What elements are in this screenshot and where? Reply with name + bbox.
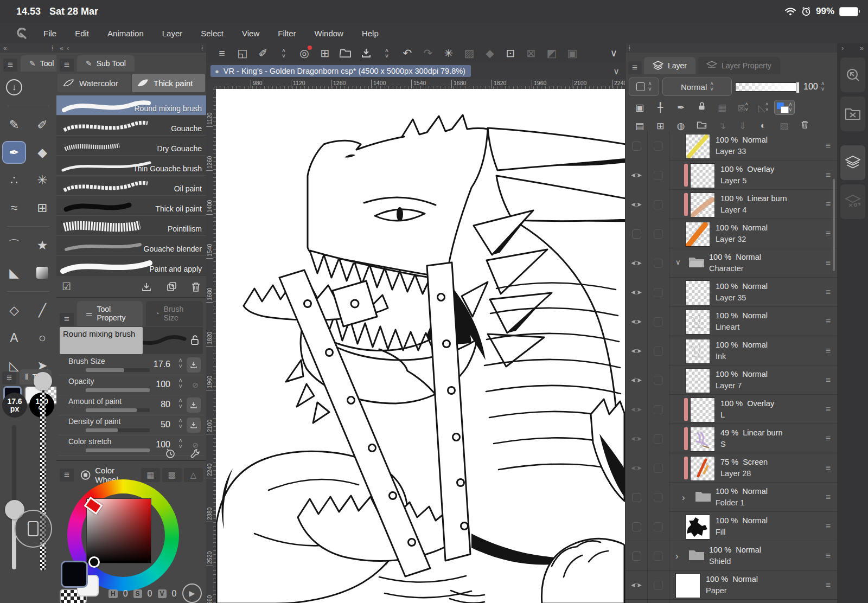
layer-row-menu-icon[interactable]: ≡ [826,405,831,414]
import-setting-icon[interactable] [187,397,201,413]
tab-approx-color[interactable]: △ [184,468,203,482]
balloon-tool-icon[interactable]: ○ [31,328,53,348]
new-vector-layer-icon[interactable]: ◍ [671,120,691,132]
airbrush-tool-icon[interactable]: ∴ [3,170,25,190]
folder-chevron-icon[interactable]: ∨ [675,258,681,266]
checkbox-cell[interactable] [647,131,669,161]
property-slider[interactable] [86,428,150,432]
checkbox-cell[interactable] [647,365,669,395]
brush-tool-icon[interactable]: ✒ [3,142,25,163]
subtool-group-watercolor[interactable]: Watercolor [58,74,131,92]
pencil-tool-icon[interactable]: ✐ [31,114,53,135]
visibility-cell[interactable] [626,219,647,248]
checkbox-cell[interactable] [647,395,669,424]
processing-icon[interactable]: ✳ [439,45,458,61]
undo-icon[interactable]: ↶ [398,45,417,61]
visibility-cell[interactable] [626,365,647,395]
layer-row-layer-5[interactable]: 100 % OverlayLayer 5≡ [626,161,837,190]
checkbox-cell[interactable] [647,278,669,307]
layer-menu-icon[interactable]: ≡ [628,61,642,74]
settings-wrench-icon[interactable] [190,448,201,459]
back-icon[interactable]: ‹ [67,44,69,52]
brush-pointillism[interactable]: Pointillism [56,216,206,236]
checkbox-cell[interactable] [647,190,669,219]
layer-row-shield[interactable]: ›100 % NormalShield≡ [626,541,837,570]
reference-layer-selector[interactable]: ˄˅ [629,78,659,96]
pen-tool-icon[interactable]: ✎ [3,114,25,135]
visibility-cell[interactable] [626,336,647,365]
layer-row-menu-icon[interactable]: ≡ [826,170,831,180]
gradient-tool-icon[interactable] [31,262,53,283]
brush-thin-gouache-brush[interactable]: Thin Gouache brush [56,156,206,176]
layer-thumbnail[interactable] [685,339,710,364]
duplicate-subtool-icon[interactable] [166,281,177,292]
checkbox-cell[interactable] [647,219,669,248]
layer-row-menu-icon[interactable]: ≡ [826,141,831,151]
layer-row-layer-33[interactable]: 100 % NormalLayer 33≡ [626,131,837,161]
layer-row-paper[interactable]: 100 % NormalPaper≡ [626,570,837,600]
layer-thumbnail[interactable] [685,310,710,335]
layer-row-menu-icon[interactable]: ≡ [826,434,831,444]
blend-mode-dropdown[interactable]: Normal˄˅ [662,78,732,96]
decoration-tool-icon[interactable]: ✳ [31,170,53,190]
property-stepper[interactable]: ˄˅ [179,377,182,389]
opacity-stepper[interactable]: ˄˅ [821,81,825,92]
layer-list-icon[interactable]: ▤ [630,120,649,132]
toolbar-updown-icon[interactable]: ˄˅ [275,45,293,61]
subtool-group-thick-paint[interactable]: Thick paint [132,74,205,92]
layer-row-character[interactable]: ∨100 % NormalCharacter≡ [626,248,837,278]
save-file-icon[interactable] [357,45,375,61]
main-menu-icon[interactable]: ≡ [213,45,231,61]
visibility-cell[interactable] [626,161,647,190]
import-setting-icon[interactable] [187,357,201,373]
visibility-cell[interactable] [626,248,647,278]
lock-pen-icon[interactable]: ✒ [671,102,691,113]
import-subtool-icon[interactable] [141,281,152,292]
blend-tool-icon[interactable]: ≈ [3,197,25,218]
toolprop-menu-icon[interactable]: ≡ [60,313,74,326]
layer-thumbnail[interactable] [690,193,715,217]
two-color-icon[interactable]: ˄˅ [774,100,795,115]
property-slider[interactable] [86,448,150,452]
layer-row-menu-icon[interactable]: ≡ [826,229,831,239]
checkbox-cell[interactable] [647,307,669,336]
brush-gouache[interactable]: Gouache [56,116,206,136]
expand-right-icon[interactable]: › [841,44,844,53]
layer-row-menu-icon[interactable]: ≡ [826,317,831,326]
brush-size-badge[interactable]: 17.6px [2,393,27,418]
restore-defaults-icon[interactable] [165,448,176,459]
layer-row-menu-icon[interactable]: ≡ [826,200,831,209]
layer-row-layer-7[interactable]: 100 % NormalLayer 7≡ [626,365,837,395]
quick-access-button[interactable] [840,57,865,92]
delete-layer-icon[interactable] [795,120,814,132]
layer-thumbnail[interactable] [690,427,715,452]
panel-drag-handle[interactable]: ⦙ [52,44,53,52]
title-collapse-icon[interactable]: ∨ [613,66,620,76]
visibility-cell[interactable] [626,483,647,512]
checkbox-cell[interactable] [647,570,669,600]
multi-select-icon[interactable]: ☑ [62,280,71,293]
brush-dry-gouache[interactable]: Dry Gouache [56,136,206,156]
toolbar-collapse-icon[interactable]: ∨ [610,47,617,59]
layer-row-menu-icon[interactable]: ≡ [826,287,831,297]
canvas[interactable] [216,89,625,603]
material-palette-button[interactable] [840,97,865,131]
menu-item-layer[interactable]: Layer [162,29,183,38]
layer-row-menu-icon[interactable]: ≡ [826,258,831,268]
brush-thick-oil-paint[interactable]: Thick oil paint [56,196,206,216]
selection-tool-icon[interactable]: ⌒ [3,235,25,255]
property-stepper[interactable]: ˄˅ [179,418,182,429]
layer-row-folder-1[interactable]: ›100 % NormalFolder 1≡ [626,483,837,512]
layer-row-ink[interactable]: 100 % NormalInk≡ [626,336,837,365]
collapse-all-right-icon[interactable]: » [860,44,864,53]
tab-brush-size[interactable]: ◔Brush Size [146,301,203,326]
sv-cursor[interactable] [88,556,100,568]
menu-item-filter[interactable]: Filter [278,29,296,38]
brush-round-mixing-brush[interactable]: Round mixing brush [56,95,206,116]
visibility-cell[interactable] [626,424,647,453]
collapse-panel-icon[interactable]: « [3,44,7,52]
save-updown-icon[interactable]: ˄˅ [378,45,396,61]
checkbox-cell[interactable] [647,248,669,278]
layer-row-layer-35[interactable]: 100 % NormalLayer 35≡ [626,278,837,307]
visibility-cell[interactable] [626,307,647,336]
